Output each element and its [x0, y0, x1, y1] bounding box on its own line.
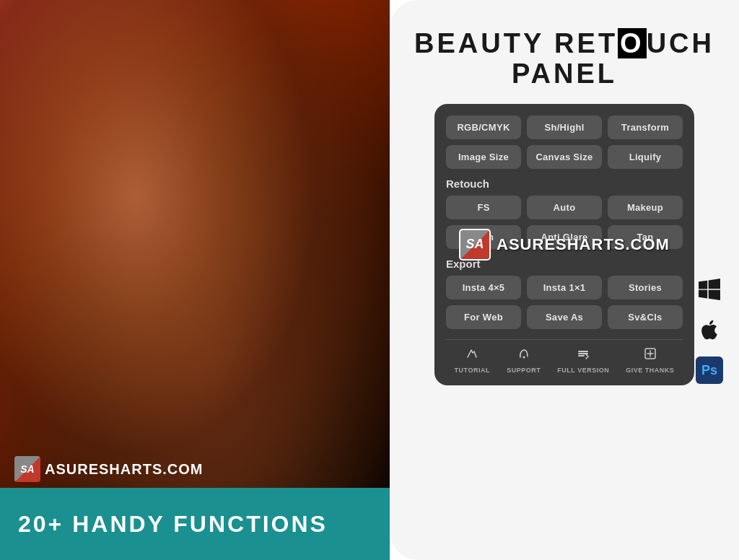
- liquify-btn[interactable]: Liquify: [608, 145, 683, 169]
- tutorial-icon: [465, 347, 478, 364]
- right-panel: BEAUTY RETOUCH PANEL SA ASURESHARTS.COM …: [390, 0, 739, 560]
- support-label: SUPPORT: [507, 367, 541, 374]
- watermark-bottom-left: SA ASURESHARTS.COM: [14, 456, 203, 482]
- ps-badge: Ps: [696, 356, 723, 384]
- sh-highl-btn[interactable]: Sh/Highl: [527, 115, 602, 139]
- photoshop-icon: Ps: [694, 355, 725, 385]
- svg-rect-1: [578, 351, 588, 352]
- bottom-banner: 20+ HANDY FUNCTIONS: [0, 488, 390, 560]
- main-title: BEAUTY RETOUCH PANEL: [390, 29, 739, 89]
- tutorial-btn[interactable]: TUTORIAL: [455, 347, 490, 374]
- support-icon: [517, 347, 530, 364]
- button-row-3: FS Auto Makeup: [446, 196, 683, 219]
- canvas-size-btn[interactable]: Canvas Size: [527, 145, 602, 169]
- button-row-5: Insta 4×5 Insta 1×1 Stories: [446, 276, 683, 299]
- button-row-1: RGB/CMYK Sh/Highl Transform: [446, 115, 683, 139]
- button-row-2: Image Size Canvas Size Liquify: [446, 145, 683, 169]
- title-line2: PANEL: [390, 59, 739, 89]
- button-row-4: Skin Anti Glare Tan: [446, 225, 683, 249]
- title-line1: BEAUTY RETOUCH: [390, 29, 739, 59]
- rgb-cmyk-btn[interactable]: RGB/CMYK: [446, 115, 521, 139]
- photo-section: SA ASURESHARTS.COM 20+ HANDY FUNCTIONS: [0, 0, 390, 560]
- for-web-btn[interactable]: For Web: [446, 305, 521, 329]
- windows-icon: [694, 274, 725, 305]
- image-size-btn[interactable]: Image Size: [446, 145, 521, 169]
- tan-btn[interactable]: Tan: [608, 225, 683, 249]
- give-thanks-label: GIVE THANKS: [626, 367, 674, 374]
- fs-btn[interactable]: FS: [446, 196, 521, 219]
- button-row-6: For Web Save As Sv&Cls: [446, 305, 683, 329]
- functions-text: 20+ HANDY FUNCTIONS: [18, 511, 390, 538]
- skin-btn[interactable]: Skin: [446, 225, 521, 249]
- insta-45-btn[interactable]: Insta 4×5: [446, 276, 521, 299]
- save-as-btn[interactable]: Save As: [527, 305, 602, 329]
- give-thanks-icon: [644, 347, 657, 364]
- watermark-text-small: ASURESHARTS.COM: [45, 461, 203, 478]
- svg-rect-2: [578, 353, 588, 354]
- full-version-btn[interactable]: FULL VERSION: [557, 347, 609, 374]
- os-icons: Ps: [694, 274, 725, 385]
- anti-glare-btn[interactable]: Anti Glare: [527, 225, 602, 249]
- full-version-icon: [577, 347, 590, 364]
- transform-btn[interactable]: Transform: [608, 115, 683, 139]
- insta-11-btn[interactable]: Insta 1×1: [527, 276, 602, 299]
- sv-cls-btn[interactable]: Sv&Cls: [608, 305, 683, 329]
- auto-btn[interactable]: Auto: [527, 196, 602, 219]
- svg-point-0: [522, 356, 525, 358]
- give-thanks-btn[interactable]: GIVE THANKS: [626, 347, 674, 374]
- svg-rect-3: [578, 355, 585, 356]
- watermark-logo-small: SA: [14, 456, 40, 482]
- apple-icon: [694, 315, 725, 345]
- full-version-label: FULL VERSION: [557, 367, 609, 374]
- retouch-label: Retouch: [446, 178, 683, 190]
- tutorial-label: TUTORIAL: [455, 367, 490, 374]
- stories-btn[interactable]: Stories: [608, 276, 683, 299]
- title-area: BEAUTY RETOUCH PANEL: [390, 0, 739, 104]
- panel-toolbar: TUTORIAL SUPPORT: [446, 339, 683, 374]
- title-highlight-o: O: [618, 28, 647, 58]
- makeup-btn[interactable]: Makeup: [608, 196, 683, 219]
- support-btn[interactable]: SUPPORT: [507, 347, 541, 374]
- panel-card: SA ASURESHARTS.COM RGB/CMYK Sh/Highl Tra…: [434, 104, 694, 385]
- export-label: Export: [446, 258, 683, 270]
